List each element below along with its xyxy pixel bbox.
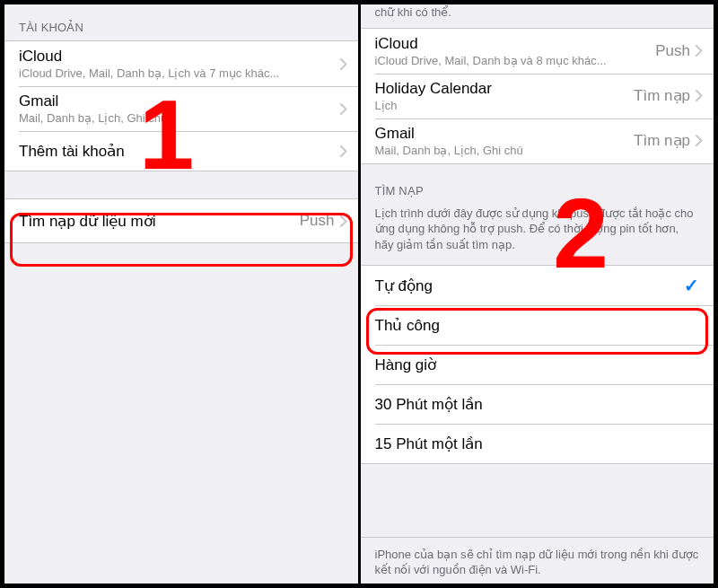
schedule-label: 30 Phút một lần (375, 395, 704, 414)
account-sub: iCloud Drive, Mail, Danh bạ, Lịch và 7 m… (19, 66, 340, 80)
chevron-right-icon (340, 103, 347, 115)
add-account-label: Thêm tài khoản (19, 142, 340, 161)
screen-accounts: TÀI KHOẢN iCloud iCloud Drive, Mail, Dan… (4, 4, 361, 584)
schedule-option-hourly[interactable]: Hàng giờ (361, 345, 714, 384)
account-mode: Tìm nạp (634, 131, 690, 150)
fetch-group: Tìm nạp dữ liệu mới Push (4, 198, 358, 243)
chevron-right-icon (696, 45, 703, 57)
schedule-option-30min[interactable]: 30 Phút một lần (361, 384, 714, 424)
account-row-icloud[interactable]: iCloud iCloud Drive, Mail, Danh bạ và 8 … (361, 29, 714, 74)
account-mode: Tìm nạp (634, 86, 690, 105)
account-sub: Lịch (375, 99, 635, 112)
screen-fetch-settings: chữ khi có thể. iCloud iCloud Drive, Mai… (361, 4, 714, 584)
section-header-accounts: TÀI KHOẢN (4, 4, 358, 40)
account-title: Gmail (19, 92, 340, 110)
chevron-right-icon (340, 215, 347, 227)
account-sub: Mail, Danh bạ, Lịch, Ghi chú (19, 111, 340, 125)
chevron-right-icon (696, 135, 703, 146)
fetch-footer-note: iPhone của bạn sẽ chỉ tìm nạp dữ liệu mớ… (361, 537, 714, 584)
account-row-gmail[interactable]: Gmail Mail, Danh bạ, Lịch, Ghi chú Tìm n… (361, 118, 714, 163)
chevron-right-icon (696, 90, 703, 101)
schedule-label: Hàng giờ (375, 355, 704, 374)
accounts-group: iCloud iCloud Drive, Mail, Danh bạ, Lịch… (4, 40, 358, 171)
fetch-row-title: Tìm nạp dữ liệu mới (19, 212, 300, 231)
schedule-accounts-group: iCloud iCloud Drive, Mail, Danh bạ và 8 … (361, 28, 714, 164)
truncated-header-text: chữ khi có thể. (361, 4, 714, 28)
schedule-options-group: Tự động ✓ Thủ công Hàng giờ 30 Phút một … (361, 265, 714, 464)
chevron-right-icon (340, 58, 347, 70)
fetch-description: Lịch trình dưới đây được sử dụng khi pus… (361, 204, 714, 266)
schedule-label: Thủ công (375, 316, 704, 335)
account-mode: Push (655, 42, 690, 60)
chevron-right-icon (340, 145, 347, 157)
account-row-gmail[interactable]: Gmail Mail, Danh bạ, Lịch, Ghi chú (4, 86, 358, 131)
account-row-holiday-calendar[interactable]: Holiday Calendar Lịch Tìm nạp (361, 74, 714, 118)
account-sub: Mail, Danh bạ, Lịch, Ghi chú (375, 144, 635, 157)
fetch-row-value: Push (300, 212, 335, 230)
account-title: Gmail (375, 125, 635, 143)
section-header-fetch: TÌM NẠP (361, 164, 714, 204)
schedule-option-auto[interactable]: Tự động ✓ (361, 266, 714, 305)
account-title: Holiday Calendar (375, 80, 635, 98)
account-row-icloud[interactable]: iCloud iCloud Drive, Mail, Danh bạ, Lịch… (4, 41, 358, 86)
fetch-new-data-row[interactable]: Tìm nạp dữ liệu mới Push (4, 199, 358, 242)
check-icon: ✓ (684, 275, 699, 296)
account-title: iCloud (375, 35, 656, 53)
account-sub: iCloud Drive, Mail, Danh bạ và 8 mục khá… (375, 54, 656, 67)
add-account-row[interactable]: Thêm tài khoản (4, 131, 358, 171)
schedule-label: 15 Phút một lần (375, 434, 704, 453)
schedule-label: Tự động (375, 276, 685, 295)
schedule-option-manual[interactable]: Thủ công (361, 305, 714, 345)
schedule-option-15min[interactable]: 15 Phút một lần (361, 424, 714, 463)
account-title: iCloud (19, 48, 340, 66)
